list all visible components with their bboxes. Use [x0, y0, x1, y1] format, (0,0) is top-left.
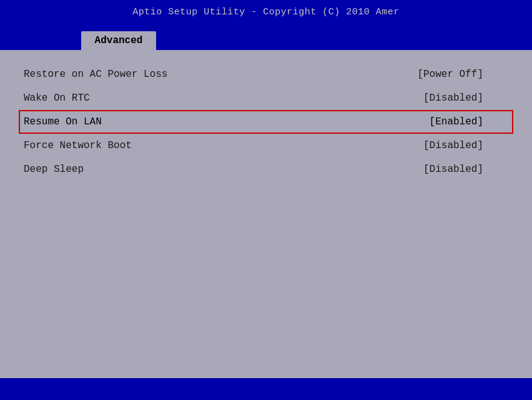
menu-item-restore-ac[interactable]: Restore on AC Power Loss [Power Off] — [19, 62, 513, 86]
menu-label-deep-sleep: Deep Sleep — [24, 164, 84, 175]
menu-value-wake-rtc: [Disabled] — [423, 92, 483, 104]
menu-label-resume-lan: Resume On LAN — [24, 116, 102, 128]
status-bar — [0, 378, 532, 400]
tab-bar: Advanced — [0, 24, 532, 50]
content-area: Restore on AC Power Loss [Power Off] Wak… — [0, 50, 532, 378]
menu-value-deep-sleep: [Disabled] — [423, 164, 483, 175]
menu-item-resume-lan[interactable]: Resume On LAN [Enabled] — [19, 110, 513, 134]
header-title: Aptio Setup Utility - Copyright (C) 2010… — [132, 7, 400, 18]
menu-value-resume-lan: [Enabled] — [430, 116, 483, 128]
menu-value-force-boot: [Disabled] — [423, 140, 483, 151]
header-bar: Aptio Setup Utility - Copyright (C) 2010… — [0, 0, 532, 24]
menu-item-wake-rtc[interactable]: Wake On RTC [Disabled] — [19, 86, 513, 110]
menu-label-restore-ac: Restore on AC Power Loss — [24, 69, 167, 80]
tab-advanced[interactable]: Advanced — [81, 31, 156, 50]
menu-item-force-boot[interactable]: Force Network Boot [Disabled] — [19, 134, 513, 158]
menu-value-restore-ac: [Power Off] — [417, 69, 483, 80]
menu-item-deep-sleep[interactable]: Deep Sleep [Disabled] — [19, 158, 513, 181]
menu-label-force-boot: Force Network Boot — [24, 140, 132, 151]
bios-screen: Aptio Setup Utility - Copyright (C) 2010… — [0, 0, 532, 400]
menu-label-wake-rtc: Wake On RTC — [24, 92, 90, 104]
